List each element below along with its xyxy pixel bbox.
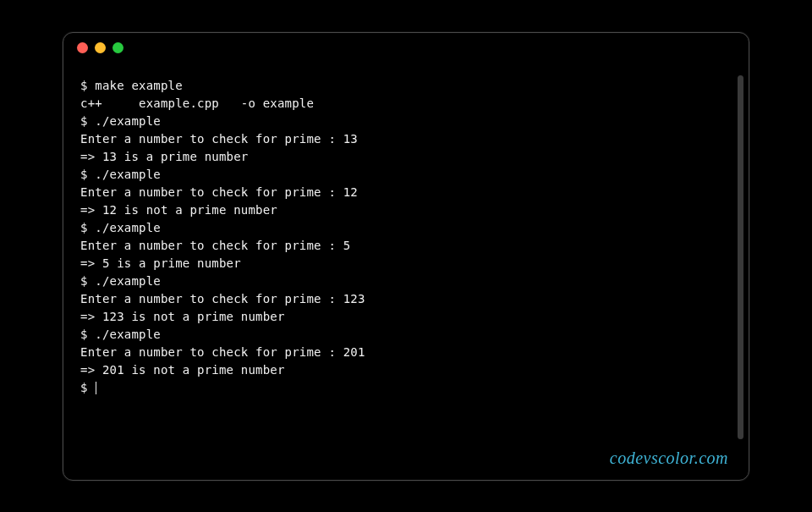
cursor-icon xyxy=(96,382,96,394)
terminal-line: $ make example xyxy=(80,79,183,92)
terminal-line: $ ./example xyxy=(80,328,161,341)
window-titlebar xyxy=(63,33,749,63)
watermark-text: codevscolor.com xyxy=(610,449,728,468)
scrollbar[interactable] xyxy=(738,75,743,439)
terminal-line: Enter a number to check for prime : 12 xyxy=(80,185,358,199)
terminal-output[interactable]: $ make example c++ example.cpp -o exampl… xyxy=(63,63,749,397)
terminal-line: => 5 is a prime number xyxy=(80,256,241,270)
terminal-line: $ ./example xyxy=(80,114,161,128)
terminal-line: => 13 is a prime number xyxy=(80,150,248,163)
terminal-line: c++ example.cpp -o example xyxy=(80,96,314,110)
minimize-icon[interactable] xyxy=(95,42,106,53)
terminal-line: $ ./example xyxy=(80,274,161,288)
terminal-line: => 201 is not a prime number xyxy=(80,363,285,377)
terminal-line: $ ./example xyxy=(80,168,161,181)
terminal-line: Enter a number to check for prime : 13 xyxy=(80,132,358,146)
terminal-line: => 12 is not a prime number xyxy=(80,203,277,217)
terminal-window: $ make example c++ example.cpp -o exampl… xyxy=(63,32,749,481)
terminal-prompt: $ xyxy=(80,381,95,394)
terminal-line: => 123 is not a prime number xyxy=(80,310,285,323)
terminal-line: Enter a number to check for prime : 201 xyxy=(80,345,365,359)
close-icon[interactable] xyxy=(77,42,88,53)
terminal-line: $ ./example xyxy=(80,221,161,234)
terminal-line: Enter a number to check for prime : 5 xyxy=(80,239,350,252)
terminal-line: Enter a number to check for prime : 123 xyxy=(80,292,365,306)
maximize-icon[interactable] xyxy=(112,42,123,53)
